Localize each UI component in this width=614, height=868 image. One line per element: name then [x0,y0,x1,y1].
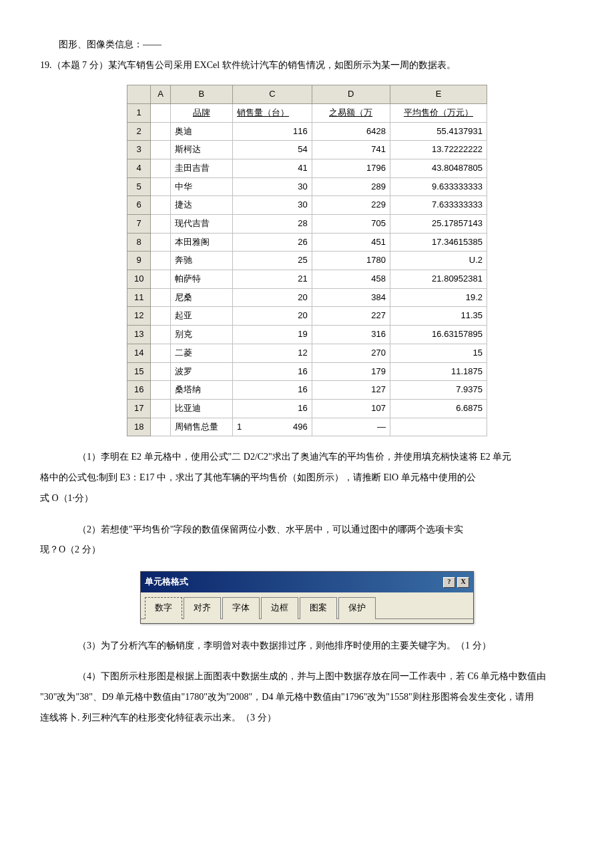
cell-sales: 28 [233,215,312,234]
q1-line2: 格中的公式包:制到 E3：E17 中，求出了其他车辆的平均售价（如图所示），请推… [40,468,574,488]
col-header-d: D [312,85,390,104]
q1-line1: （1）李明在 E2 单元格中，使用公式"二 D2/C2"求出了奥迪汽车的平均售价… [40,447,574,468]
cell-amount: 289 [312,177,390,196]
col-header-e: E [390,85,487,104]
row-num: 11 [127,288,151,307]
row-num: 10 [127,270,151,289]
col-header-c: C [233,85,312,104]
total-sales: 1 496 [233,418,312,436]
intro-graphics: 图形、图像类信息：—— [40,36,574,54]
table-row: 14二菱1227015 [127,344,487,362]
table-row: 10帕萨特2145821.80952381 [127,270,487,289]
row-num: 6 [127,196,151,215]
cell-amount: 179 [312,362,390,381]
tab-pattern[interactable]: 图案 [300,597,337,619]
cell-sales: 54 [233,141,312,159]
cell-a [151,270,170,289]
cell-avg: 7.633333333 [390,196,487,215]
cell-brand: 本田雅阁 [170,233,232,252]
tab-alignment[interactable]: 对齐 [184,597,221,619]
cell-sales: 30 [233,177,312,196]
q2-line1: （2）若想使"平均售价"字段的数值保留两位小数、水平居中，可以通过图中的哪两个选… [40,520,574,540]
total-amount: — [312,418,390,436]
close-button[interactable]: X [457,577,469,588]
row-num: 16 [127,381,151,400]
cell-amount: 1780 [312,252,390,270]
row-num: 8 [127,233,151,252]
cell-a1 [151,103,170,122]
cell-avg: 55.4137931 [390,122,487,141]
question-19: 19.（本题 7 分）某汽车销售公司采用 EXCel 软件统计汽车的销售情况，如… [40,57,574,75]
cell-avg: 13.72222222 [390,141,487,159]
table-row: 4圭田吉昔41179643.80487805 [127,159,487,177]
cell-avg: 15 [390,344,487,362]
table-row: 5中华302899.633333333 [127,177,487,196]
cell-a [151,381,170,400]
row-num: 15 [127,362,151,381]
table-row: 9奔驰251780U.2 [127,252,487,270]
cell-amount: 6428 [312,122,390,141]
tab-number[interactable]: 数字 [145,597,182,619]
cell-avg: 11.35 [390,307,487,326]
dialog-title-bar: 单元格格式 ? X [141,572,473,592]
table-row: 3斯柯达5474113.72222222 [127,141,487,159]
cell-amount: 107 [312,399,390,418]
cell-a [151,233,170,252]
cell-sales: 16 [233,362,312,381]
data-header-row: 1 品牌 销售量（台） 之易额（万 平均售价（万元） [127,103,487,122]
cell-format-dialog: 单元格格式 ? X 数字 对齐 字体 边框 图案 保护 [140,571,474,623]
q4-line2: "30"改为"38"、D9 单元格中数值由"1780"改为"2008"，D4 单… [40,687,574,708]
cell-amount: 127 [312,381,390,400]
dialog-wrap: 单元格格式 ? X 数字 对齐 字体 边框 图案 保护 [140,571,474,623]
row-num: 7 [127,215,151,234]
cell-brand: 现代吉昔 [170,215,232,234]
tab-font[interactable]: 字体 [222,597,260,619]
dialog-title: 单元格格式 [145,574,188,590]
row-num: 14 [127,344,151,362]
header-avg: 平均售价（万元） [390,103,487,122]
excel-table: A B C D E 1 品牌 销售量（台） 之易额（万 平均售价（万元） 2奥迪… [127,85,487,436]
cell-brand: 起亚 [170,307,232,326]
cell-sales: 20 [233,307,312,326]
col-header-a: A [151,85,170,104]
table-row: 8本田雅阁2645117.34615385 [127,233,487,252]
cell-brand: 奔驰 [170,252,232,270]
tab-protection[interactable]: 保护 [338,597,376,619]
q4-line3: 连线将卜. 列三种汽车的柱形变化特征表示出来。（3 分） [40,708,574,729]
cell-avg: U.2 [390,252,487,270]
cell-avg: 19.2 [390,288,487,307]
cell-avg: 7.9375 [390,381,487,400]
cell-sales: 19 [233,326,312,344]
col-header-rownum [127,85,151,104]
table-row: 6捷达302297.633333333 [127,196,487,215]
cell-a [151,326,170,344]
table-row: 11尼桑2038419.2 [127,288,487,307]
cell-brand: 比亚迪 [170,399,232,418]
cell-a [151,122,170,141]
tab-border[interactable]: 边框 [261,597,298,619]
cell-sales: 12 [233,344,312,362]
col-header-row: A B C D E [127,85,487,104]
cell-brand: 帕萨特 [170,270,232,289]
table-row: 16桑塔纳161277.9375 [127,381,487,400]
cell-amount: 705 [312,215,390,234]
cell-a [151,196,170,215]
cell-brand: 奥迪 [170,122,232,141]
cell-amount: 451 [312,233,390,252]
cell-a [151,159,170,177]
row-num: 17 [127,399,151,418]
total-brand: 周销售总量 [170,418,232,436]
cell-sales: 116 [233,122,312,141]
cell-avg: 11.1875 [390,362,487,381]
header-sales: 销售量（台） [233,103,312,122]
row-num: 12 [127,307,151,326]
help-button[interactable]: ? [443,577,455,588]
row-num: 18 [127,418,151,436]
row-num: 5 [127,177,151,196]
header-brand: 品牌 [170,103,232,122]
cell-amount: 1796 [312,159,390,177]
table-row: 13别克1931616.63157895 [127,326,487,344]
cell-sales: 30 [233,196,312,215]
cell-amount: 316 [312,326,390,344]
cell-brand: 斯柯达 [170,141,232,159]
